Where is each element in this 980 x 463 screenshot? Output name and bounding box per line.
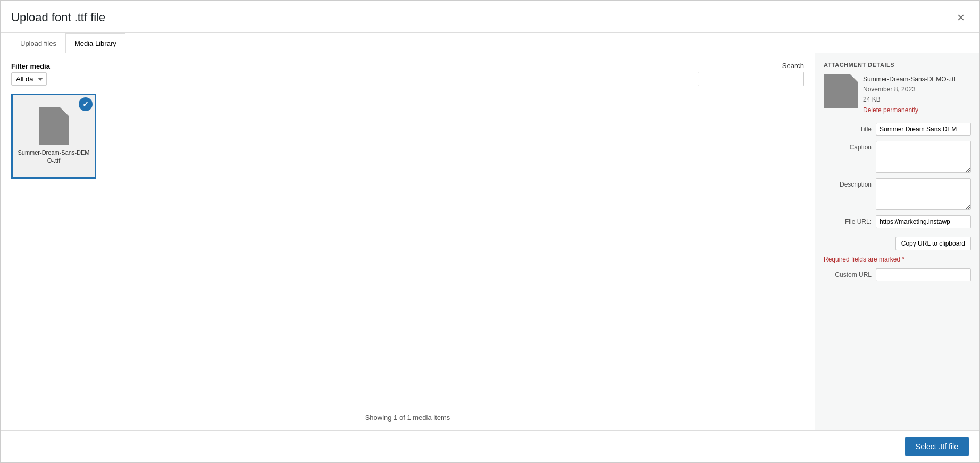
file-fold-icon (60, 107, 69, 116)
title-field-row: Title (824, 123, 971, 136)
copy-url-button[interactable]: Copy URL to clipboard (895, 237, 971, 250)
attachment-filename: Summer-Dream-Sans-DEMO-.ttf (863, 74, 956, 85)
modal-body: Filter media All da Search ✓ Sum (1, 53, 979, 430)
filter-section: Filter media All da (11, 62, 50, 86)
attachment-preview: Summer-Dream-Sans-DEMO-.ttf November 8, … (824, 74, 971, 115)
attachment-panel: ATTACHMENT DETAILS Summer-Dream-Sans-DEM… (815, 53, 979, 430)
thumb-fold-icon (850, 74, 858, 82)
media-grid: ✓ Summer-Dream-Sans-DEMO-.ttf (11, 94, 804, 405)
modal-header: Upload font .ttf file × (1, 1, 979, 33)
search-section: Search (698, 62, 804, 86)
caption-label: Caption (824, 141, 872, 151)
attachment-date: November 8, 2023 (863, 85, 956, 95)
modal-title: Upload font .ttf file (11, 11, 105, 24)
caption-field-row: Caption (824, 141, 971, 173)
select-ttf-button[interactable]: Select .ttf file (905, 437, 969, 456)
description-textarea[interactable] (876, 178, 971, 210)
file-url-field-row: File URL: (824, 215, 971, 228)
file-icon (39, 107, 69, 145)
tab-bar: Upload files Media Library (1, 33, 979, 53)
upload-modal: Upload font .ttf file × Upload files Med… (0, 0, 980, 463)
required-note: Required fields are marked * (824, 256, 971, 263)
filter-bar: Filter media All da Search (11, 62, 804, 86)
attachment-panel-title: ATTACHMENT DETAILS (824, 62, 971, 68)
tab-media-library[interactable]: Media Library (65, 33, 125, 53)
title-label: Title (824, 123, 872, 133)
search-input[interactable] (698, 72, 804, 86)
selected-check-icon: ✓ (79, 97, 93, 111)
showing-text: Showing 1 of 1 media items (11, 414, 804, 422)
custom-url-label: Custom URL (824, 268, 872, 279)
caption-textarea[interactable] (876, 141, 971, 173)
title-input[interactable] (876, 123, 971, 136)
filter-select[interactable]: All da (11, 72, 47, 86)
attachment-info: Summer-Dream-Sans-DEMO-.ttf November 8, … (863, 74, 956, 115)
file-url-label: File URL: (824, 215, 872, 225)
close-button[interactable]: × (953, 9, 969, 26)
media-area: Filter media All da Search ✓ Sum (1, 53, 815, 430)
tab-upload-files[interactable]: Upload files (11, 33, 65, 53)
required-asterisk: * (902, 256, 904, 263)
attachment-thumbnail (824, 74, 858, 108)
custom-url-input[interactable] (876, 268, 971, 281)
filter-label: Filter media (11, 62, 50, 70)
modal-footer: Select .ttf file (1, 430, 979, 462)
description-field-row: Description (824, 178, 971, 210)
media-item[interactable]: ✓ Summer-Dream-Sans-DEMO-.ttf (11, 94, 96, 179)
custom-url-field-row: Custom URL (824, 268, 971, 281)
delete-permanently-link[interactable]: Delete permanently (863, 106, 918, 114)
attachment-size: 24 KB (863, 95, 956, 105)
file-url-input[interactable] (876, 215, 971, 228)
copy-url-row: Copy URL to clipboard (824, 233, 971, 250)
description-label: Description (824, 178, 872, 188)
media-item-label: Summer-Dream-Sans-DEMO-.ttf (14, 149, 94, 165)
search-label: Search (782, 62, 804, 70)
